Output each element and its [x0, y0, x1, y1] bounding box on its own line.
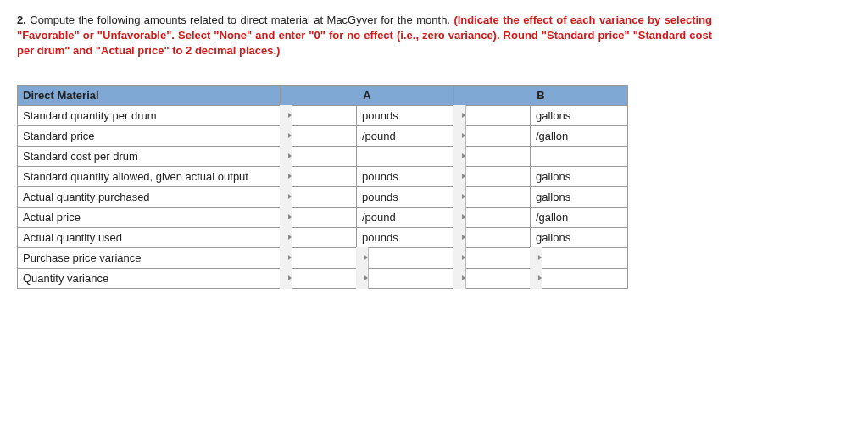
row-label: Standard quantity allowed, given actual … [18, 166, 281, 186]
row-label: Standard cost per drum [18, 146, 281, 166]
table-row: Standard price /pound /gallon [18, 125, 628, 146]
table-row: Actual price /pound /gallon [18, 207, 628, 227]
header-col-b: B [454, 85, 628, 105]
input-a[interactable] [281, 186, 357, 207]
unit-a: pounds [357, 186, 454, 207]
input-a[interactable] [281, 146, 357, 166]
row-label: Actual quantity used [18, 227, 281, 247]
unit-a: pounds [357, 166, 454, 186]
unit-a [357, 146, 454, 166]
direct-material-table: Direct Material A B Standard quantity pe… [17, 85, 628, 289]
select-b[interactable] [531, 268, 628, 288]
input-b[interactable] [454, 268, 531, 288]
table-header-row: Direct Material A B [18, 85, 628, 105]
question-number: 2. [17, 14, 26, 26]
row-label: Standard quantity per drum [18, 105, 281, 125]
table-row: Standard quantity per drum pounds gallon… [18, 105, 628, 125]
input-a[interactable] [281, 268, 357, 288]
table-row: Actual quantity purchased pounds gallons [18, 186, 628, 207]
table-row: Standard cost per drum [18, 146, 628, 166]
select-a[interactable] [357, 268, 454, 288]
row-label: Standard price [18, 125, 281, 146]
unit-b: gallons [531, 186, 628, 207]
input-b[interactable] [454, 227, 531, 247]
unit-a: /pound [357, 207, 454, 227]
table-row: Purchase price variance [18, 247, 628, 268]
select-a[interactable] [357, 247, 454, 268]
row-label: Actual quantity purchased [18, 186, 281, 207]
input-b[interactable] [454, 247, 531, 268]
unit-a: /pound [357, 125, 454, 146]
input-b[interactable] [454, 146, 531, 166]
input-a[interactable] [281, 247, 357, 268]
unit-b: /gallon [531, 207, 628, 227]
input-a[interactable] [281, 105, 357, 125]
header-col-a: A [281, 85, 454, 105]
input-a[interactable] [281, 125, 357, 146]
question-prompt: Compute the following amounts related to… [30, 14, 450, 26]
unit-b [531, 146, 628, 166]
row-label: Quantity variance [18, 268, 281, 288]
table-row: Quantity variance [18, 268, 628, 288]
input-b[interactable] [454, 166, 531, 186]
input-b[interactable] [454, 207, 531, 227]
header-title: Direct Material [18, 85, 281, 105]
input-b[interactable] [454, 125, 531, 146]
input-a[interactable] [281, 227, 357, 247]
unit-b: gallons [531, 105, 628, 125]
unit-b: gallons [531, 227, 628, 247]
input-a[interactable] [281, 207, 357, 227]
input-b[interactable] [454, 186, 531, 207]
input-b[interactable] [454, 105, 531, 125]
table-row: Standard quantity allowed, given actual … [18, 166, 628, 186]
unit-b: /gallon [531, 125, 628, 146]
unit-a: pounds [357, 105, 454, 125]
row-label: Actual price [18, 207, 281, 227]
table-row: Actual quantity used pounds gallons [18, 227, 628, 247]
question-block: 2. Compute the following amounts related… [17, 13, 712, 59]
input-a[interactable] [281, 166, 357, 186]
unit-a: pounds [357, 227, 454, 247]
unit-b: gallons [531, 166, 628, 186]
row-label: Purchase price variance [18, 247, 281, 268]
select-b[interactable] [531, 247, 628, 268]
